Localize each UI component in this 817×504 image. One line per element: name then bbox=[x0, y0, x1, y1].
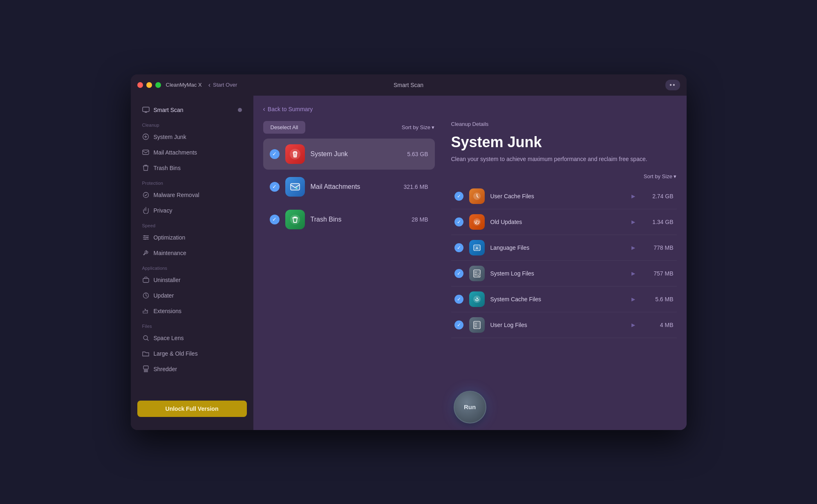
check-language-files: ✓ bbox=[454, 243, 463, 252]
system-log-label: System Log Files bbox=[490, 270, 626, 277]
detail-sort-control[interactable]: Sort by Size ▾ bbox=[451, 173, 677, 179]
sidebar: Smart Scan Cleanup System Junk Mail Atta… bbox=[131, 96, 253, 430]
system-cache-icon bbox=[469, 291, 485, 307]
sidebar-bottom: Unlock Full Version bbox=[131, 394, 253, 423]
shredder-icon bbox=[142, 365, 150, 373]
list-item-mail-attachments[interactable]: ✓ Mail Attachments 321.6 MB bbox=[263, 171, 435, 202]
sidebar-item-space-lens[interactable]: Space Lens bbox=[134, 331, 250, 345]
user-log-label: User Log Files bbox=[490, 322, 626, 328]
applications-section-label: Applications bbox=[131, 261, 253, 272]
left-panel: Deselect All Sort by Size ▾ ✓ bbox=[263, 121, 435, 374]
sidebar-item-large-old-files[interactable]: Large & Old Files bbox=[134, 346, 250, 361]
expand-old-updates[interactable]: ▶ bbox=[631, 219, 635, 225]
sidebar-item-uninstaller[interactable]: Uninstaller bbox=[134, 273, 250, 287]
titlebar-menu[interactable]: •• bbox=[665, 80, 680, 90]
expand-user-log[interactable]: ▶ bbox=[631, 322, 635, 328]
sidebar-item-smart-scan[interactable]: Smart Scan bbox=[134, 103, 250, 117]
back-arrow-icon: ‹ bbox=[208, 81, 210, 89]
mail-icon bbox=[142, 149, 150, 156]
old-updates-icon bbox=[469, 214, 485, 230]
sidebar-item-updater[interactable]: Updater bbox=[134, 288, 250, 303]
traffic-lights bbox=[137, 82, 161, 88]
user-cache-label: User Cache Files bbox=[490, 193, 626, 199]
check-system-log: ✓ bbox=[454, 269, 463, 278]
minimize-button[interactable] bbox=[146, 82, 152, 88]
back-to-summary[interactable]: ‹ Back to Summary bbox=[263, 105, 313, 113]
system-junk-icon bbox=[142, 133, 150, 141]
sliders-icon bbox=[142, 234, 150, 241]
trash-icon bbox=[142, 164, 150, 172]
status-dot bbox=[238, 108, 242, 112]
svg-rect-7 bbox=[143, 278, 149, 282]
detail-row-system-log[interactable]: ✓ 10 56 S bbox=[451, 261, 677, 287]
system-log-icon: 10 56 bbox=[469, 266, 485, 281]
expand-system-cache[interactable]: ▶ bbox=[631, 296, 635, 302]
back-chevron-icon: ‹ bbox=[263, 105, 265, 113]
svg-point-5 bbox=[146, 237, 148, 238]
check-old-updates: ✓ bbox=[454, 217, 463, 226]
sidebar-item-system-junk[interactable]: System Junk bbox=[134, 130, 250, 144]
detail-row-user-cache[interactable]: ✓ User Cache Files ▶ 2.74 GB bbox=[451, 184, 677, 209]
unlock-button[interactable]: Unlock Full Version bbox=[137, 401, 247, 417]
detail-title: System Junk bbox=[451, 134, 677, 151]
list-items: ✓ System Junk 5.63 GB bbox=[263, 139, 435, 237]
maximize-button[interactable] bbox=[155, 82, 161, 88]
svg-rect-10 bbox=[143, 366, 148, 369]
detail-row-system-cache[interactable]: ✓ System Cache Files ▶ bbox=[451, 287, 677, 312]
expand-user-cache[interactable]: ▶ bbox=[631, 193, 635, 199]
app-name: CleanMyMac X bbox=[166, 82, 202, 88]
sidebar-item-optimization[interactable]: Optimization bbox=[134, 230, 250, 245]
sort-by-control[interactable]: Sort by Size ▾ bbox=[402, 124, 435, 130]
list-item-system-junk[interactable]: ✓ System Junk 5.63 GB bbox=[263, 139, 435, 170]
check-system-junk: ✓ bbox=[270, 149, 280, 159]
protection-section-label: Protection bbox=[131, 176, 253, 187]
content-panel: ‹ Back to Summary Deselect All Sort by S… bbox=[253, 96, 687, 384]
system-junk-list-icon bbox=[285, 144, 305, 164]
user-log-size: 4 MB bbox=[641, 322, 674, 328]
cleanup-details-header: Cleanup Details bbox=[451, 121, 677, 127]
trash-bins-list-icon bbox=[285, 210, 305, 229]
folder-icon bbox=[142, 350, 150, 357]
close-button[interactable] bbox=[137, 82, 143, 88]
smart-scan-label: Smart Scan bbox=[154, 107, 184, 113]
detail-row-old-updates[interactable]: ✓ Old Updates ▶ 1 bbox=[451, 209, 677, 235]
svg-rect-2 bbox=[143, 150, 149, 155]
sidebar-item-trash-bins[interactable]: Trash Bins bbox=[134, 161, 250, 175]
window-title: Smart Scan bbox=[394, 82, 423, 88]
malware-icon bbox=[142, 191, 150, 199]
svg-text:56: 56 bbox=[475, 325, 477, 327]
sidebar-item-privacy[interactable]: Privacy bbox=[134, 203, 250, 218]
extensions-icon bbox=[142, 307, 150, 315]
split-view: Deselect All Sort by Size ▾ ✓ bbox=[263, 121, 677, 374]
start-over-nav[interactable]: ‹ Start Over bbox=[208, 81, 237, 89]
check-user-log: ✓ bbox=[454, 320, 463, 329]
app-window: CleanMyMac X ‹ Start Over Smart Scan •• … bbox=[131, 74, 687, 430]
expand-language-files[interactable]: ▶ bbox=[631, 245, 635, 251]
svg-rect-12 bbox=[291, 184, 300, 190]
mail-attachments-list-icon bbox=[285, 177, 305, 197]
expand-system-log[interactable]: ▶ bbox=[631, 271, 635, 276]
system-junk-label: System Junk bbox=[311, 150, 402, 158]
mail-attachments-size: 321.6 MB bbox=[404, 184, 428, 190]
speed-section-label: Speed bbox=[131, 218, 253, 230]
sidebar-item-malware-removal[interactable]: Malware Removal bbox=[134, 188, 250, 202]
sidebar-item-shredder[interactable]: Shredder bbox=[134, 362, 250, 376]
run-button[interactable]: Run bbox=[454, 391, 486, 423]
right-panel: Cleanup Details System Junk Clean your s… bbox=[435, 121, 677, 374]
sidebar-item-maintenance[interactable]: Maintenance bbox=[134, 246, 250, 260]
detail-row-user-log[interactable]: ✓ 10 56 User Log Files ▶ bbox=[451, 312, 677, 338]
svg-text:A: A bbox=[475, 246, 478, 250]
deselect-all-button[interactable]: Deselect All bbox=[263, 121, 306, 134]
trash-bins-label: Trash Bins bbox=[311, 216, 406, 223]
svg-point-3 bbox=[143, 192, 148, 197]
sidebar-item-extensions[interactable]: Extensions bbox=[134, 304, 250, 318]
user-cache-icon bbox=[469, 188, 485, 204]
svg-point-4 bbox=[144, 235, 145, 236]
content-area: ‹ Back to Summary Deselect All Sort by S… bbox=[253, 96, 687, 430]
detail-row-language-files[interactable]: ✓ A Language Files ▶ 778 MB bbox=[451, 235, 677, 261]
updater-icon bbox=[142, 292, 150, 299]
list-item-trash-bins[interactable]: ✓ Trash Bins 28 MB bbox=[263, 204, 435, 235]
sidebar-item-mail-attachments[interactable]: Mail Attachments bbox=[134, 145, 250, 160]
mail-attachments-label: Mail Attachments bbox=[311, 183, 398, 190]
run-area: Run bbox=[253, 384, 687, 430]
